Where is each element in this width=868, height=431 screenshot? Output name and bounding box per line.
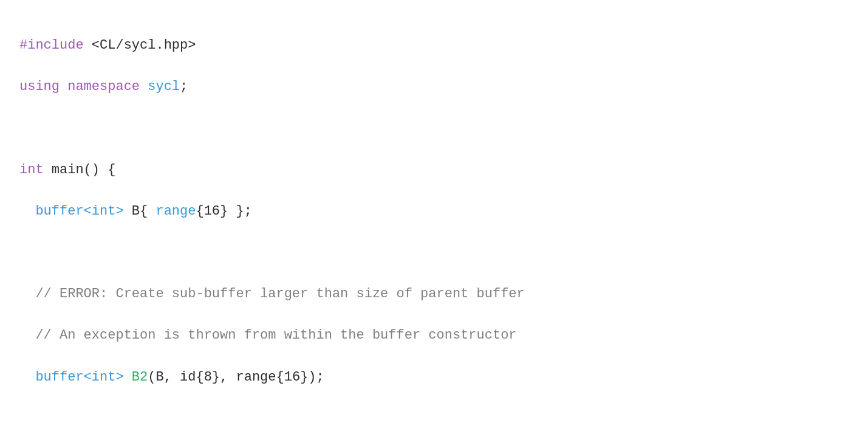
code-line-1: #include <CL/sycl.hpp> [19, 35, 849, 56]
main-func: main() { [44, 162, 116, 178]
code-line-10 [19, 409, 849, 429]
code-line-2: using namespace sycl; [19, 77, 849, 97]
buffer-type-2: buffer<int> [35, 370, 123, 385]
comment-line-7: // ERROR: Create sub-buffer larger than … [19, 286, 525, 302]
comment-line-8: // An exception is thrown from within th… [19, 328, 517, 343]
code-container: #include <CL/sycl.hpp> using namespace s… [19, 15, 849, 431]
namespace-sycl: sycl [148, 79, 180, 94]
range-call: range [155, 204, 196, 219]
using-keyword: using [19, 79, 60, 94]
int-keyword: int [19, 162, 44, 178]
code-line-7: // ERROR: Create sub-buffer larger than … [19, 284, 849, 305]
code-line-9: buffer<int> B2(B, id{8}, range{16}); [19, 367, 849, 388]
code-line-8: // An exception is thrown from within th… [19, 325, 849, 346]
code-line-5: buffer<int> B{ range{16} }; [19, 201, 849, 222]
code-line-4: int main() { [19, 160, 849, 181]
code-line-3 [19, 118, 849, 139]
buffer-type: buffer<int> [35, 204, 123, 219]
include-keyword: #include [19, 38, 92, 53]
b2-var: B2 [132, 370, 148, 385]
code-line-6 [19, 243, 849, 263]
include-file: <CL/sycl.hpp> [92, 38, 196, 53]
namespace-keyword: namespace [67, 79, 140, 94]
